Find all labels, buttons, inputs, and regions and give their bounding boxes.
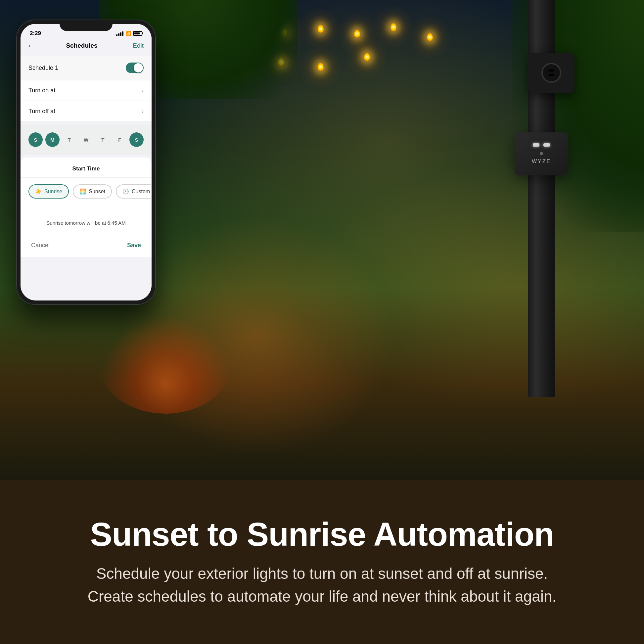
turn-off-row[interactable]: Turn off at › bbox=[21, 101, 152, 122]
cancel-button[interactable]: Cancel bbox=[31, 242, 50, 249]
turn-off-label: Turn off at bbox=[28, 108, 55, 115]
main-title: Sunset to Sunrise Automation bbox=[90, 516, 554, 552]
chevron-right-icon: › bbox=[142, 87, 144, 94]
device-brand-label: WYZE bbox=[532, 159, 551, 164]
wifi-icon: 📶 bbox=[125, 31, 131, 36]
plug-holes bbox=[548, 69, 554, 76]
save-button[interactable]: Save bbox=[127, 242, 141, 249]
edit-button[interactable]: Edit bbox=[133, 42, 144, 49]
light-bulb bbox=[391, 23, 396, 31]
sunset-icon: 🌅 bbox=[79, 188, 86, 195]
sunset-option[interactable]: 🌅 Sunset bbox=[73, 184, 112, 199]
plug-hole bbox=[548, 69, 554, 71]
light-bulb bbox=[364, 53, 370, 61]
toggle-knob bbox=[134, 63, 143, 72]
day-button-saturday[interactable]: S bbox=[129, 132, 144, 147]
navigation-bar: ‹ Schedules Edit bbox=[21, 40, 152, 53]
sub-text-line1: Schedule your exterior lights to turn on… bbox=[96, 565, 548, 582]
info-text: Sunrise tomorrow will be at 6:45 AM bbox=[46, 220, 125, 226]
plug-socket bbox=[541, 63, 561, 83]
back-button[interactable]: ‹ bbox=[28, 42, 31, 49]
sheet-actions: Cancel Save bbox=[21, 234, 152, 257]
clock-icon: 🕐 bbox=[122, 188, 129, 195]
light-bulb bbox=[427, 33, 433, 41]
device-light bbox=[533, 143, 539, 147]
bottom-sheet: Start Time ☀️ Sunrise 🌅 Sunset 🕐 Custom bbox=[21, 158, 152, 257]
status-icons: 📶 bbox=[116, 31, 142, 36]
phone: 2:29 📶 ‹ Schedules Edit S bbox=[17, 20, 156, 304]
turn-on-label: Turn on at bbox=[28, 87, 55, 94]
fire-glow bbox=[99, 314, 232, 414]
day-button-thursday[interactable]: T bbox=[96, 132, 110, 147]
day-button-tuesday[interactable]: T bbox=[62, 132, 76, 147]
day-button-wednesday[interactable]: W bbox=[79, 132, 93, 147]
time-options-row: ☀️ Sunrise 🌅 Sunset 🕐 Custom bbox=[21, 178, 152, 205]
battery-icon bbox=[133, 31, 142, 36]
turn-on-row[interactable]: Turn on at › bbox=[21, 80, 152, 101]
sunrise-label: Sunrise bbox=[44, 189, 62, 195]
schedule-label: Schedule 1 bbox=[28, 65, 58, 71]
sunrise-info: Sunrise tomorrow will be at 6:45 AM bbox=[21, 212, 152, 234]
signal-icon bbox=[116, 31, 123, 36]
sub-text: Schedule your exterior lights to turn on… bbox=[88, 562, 557, 608]
status-time: 2:29 bbox=[30, 30, 41, 37]
phone-wrapper: 2:29 📶 ‹ Schedules Edit S bbox=[17, 20, 156, 304]
wyze-device: WYZE bbox=[515, 132, 568, 175]
bottom-section: Sunset to Sunrise Automation Schedule yo… bbox=[0, 480, 644, 644]
device-indicator-dot bbox=[540, 152, 543, 155]
sunset-label: Sunset bbox=[89, 189, 105, 195]
phone-screen: 2:29 📶 ‹ Schedules Edit S bbox=[21, 24, 152, 300]
device-status-lights bbox=[533, 143, 550, 147]
outdoor-plug bbox=[528, 53, 575, 93]
sunrise-option[interactable]: ☀️ Sunrise bbox=[28, 184, 69, 199]
custom-option[interactable]: 🕐 Custom bbox=[116, 184, 152, 199]
plug-hole bbox=[548, 74, 554, 76]
schedule-row: Schedule 1 bbox=[21, 56, 152, 80]
day-button-monday[interactable]: M bbox=[45, 132, 60, 147]
device-light bbox=[543, 143, 550, 147]
phone-notch bbox=[60, 20, 113, 31]
sunrise-icon: ☀️ bbox=[35, 188, 42, 195]
day-button-sunday[interactable]: S bbox=[28, 132, 43, 147]
screen-title: Schedules bbox=[66, 42, 97, 49]
chevron-right-icon: › bbox=[142, 108, 144, 115]
sub-text-line2: Create schedules to automate your life a… bbox=[88, 588, 557, 605]
day-selector: S M T W T F S bbox=[21, 124, 152, 155]
schedule-toggle[interactable] bbox=[126, 63, 144, 73]
light-bulb bbox=[354, 30, 360, 38]
day-button-friday[interactable]: F bbox=[113, 132, 127, 147]
sheet-title: Start Time bbox=[21, 158, 152, 178]
custom-label: Custom bbox=[132, 189, 150, 195]
light-bulb bbox=[318, 25, 324, 33]
battery-fill bbox=[134, 32, 140, 34]
light-bulb bbox=[318, 63, 324, 71]
